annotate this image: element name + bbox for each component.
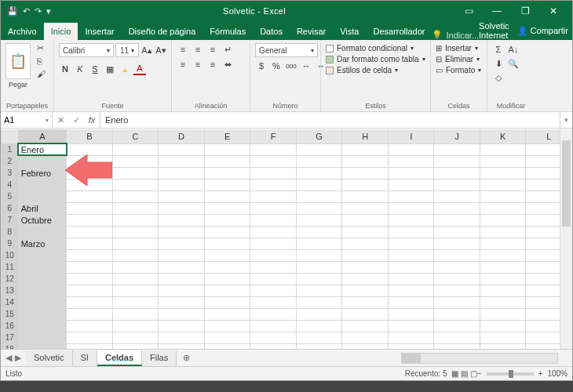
insert-cells-button[interactable]: ⊞Insertar▾ — [436, 43, 478, 53]
cell-I9[interactable] — [388, 238, 433, 249]
row-header-4[interactable]: 4 — [2, 179, 19, 191]
cell-I4[interactable] — [388, 179, 433, 191]
cell-D10[interactable] — [159, 249, 205, 261]
format-painter-icon[interactable]: 🖌 — [37, 69, 46, 78]
cell-I1[interactable] — [388, 143, 433, 155]
cell-B6[interactable] — [67, 202, 113, 214]
view-normal-icon[interactable]: ▦ — [451, 369, 458, 378]
column-header-I[interactable]: I — [388, 129, 433, 143]
cell-E5[interactable] — [204, 191, 250, 202]
cell-E1[interactable] — [204, 143, 250, 155]
tab-home[interactable]: Inicio — [44, 23, 78, 40]
cell-C18[interactable] — [112, 343, 159, 349]
cell-J14[interactable] — [434, 296, 480, 308]
cell-J5[interactable] — [434, 191, 480, 202]
cell-G5[interactable] — [296, 191, 342, 202]
zoom-in-button[interactable]: + — [538, 369, 543, 378]
cell-E12[interactable] — [204, 273, 250, 285]
cell-A10[interactable] — [18, 249, 67, 261]
cell-F3[interactable] — [250, 167, 297, 179]
cell-C1[interactable] — [112, 143, 159, 155]
cell-K11[interactable] — [480, 261, 526, 273]
cell-E2[interactable] — [204, 155, 250, 167]
cell-E9[interactable] — [204, 238, 250, 249]
column-header-H[interactable]: H — [342, 129, 389, 143]
cell-B9[interactable] — [67, 238, 113, 249]
cell-K18[interactable] — [480, 343, 526, 349]
cell-F1[interactable] — [250, 143, 297, 155]
cell-E14[interactable] — [204, 296, 250, 308]
cell-B13[interactable] — [67, 285, 113, 296]
cell-D12[interactable] — [159, 273, 205, 285]
cell-H17[interactable] — [342, 332, 389, 343]
cell-E4[interactable] — [204, 179, 250, 191]
cell-E13[interactable] — [204, 285, 250, 296]
cell-B15[interactable] — [67, 308, 113, 320]
cell-I12[interactable] — [388, 273, 433, 285]
cell-C14[interactable] — [112, 296, 159, 308]
cell-G6[interactable] — [296, 202, 342, 214]
cell-A14[interactable] — [18, 296, 67, 308]
cell-I7[interactable] — [388, 214, 433, 226]
cell-F17[interactable] — [250, 332, 297, 343]
increase-decimal-icon[interactable]: ↔ — [300, 60, 312, 72]
cell-A6[interactable]: Abril — [18, 202, 67, 214]
cell-H14[interactable] — [342, 296, 389, 308]
cell-H8[interactable] — [342, 226, 389, 238]
cell-F11[interactable] — [250, 261, 297, 273]
cell-K1[interactable] — [480, 143, 526, 155]
cell-K4[interactable] — [480, 179, 526, 191]
row-header-5[interactable]: 5 — [2, 191, 19, 202]
cell-H7[interactable] — [342, 214, 389, 226]
cell-E7[interactable] — [204, 214, 250, 226]
cell-C3[interactable] — [112, 167, 159, 179]
cell-A7[interactable]: Octubre — [18, 214, 67, 226]
zoom-value[interactable]: 100% — [547, 369, 568, 378]
cell-G15[interactable] — [296, 308, 342, 320]
cell-I15[interactable] — [388, 308, 433, 320]
share-button[interactable]: 👤 Compartir — [517, 26, 568, 36]
fill-color-icon[interactable]: ⟁ — [119, 63, 131, 75]
cell-F13[interactable] — [250, 285, 297, 296]
cell-I13[interactable] — [388, 285, 433, 296]
cell-J4[interactable] — [434, 179, 480, 191]
maximize-icon[interactable]: ❐ — [514, 5, 536, 16]
shrink-font-icon[interactable]: A▾ — [155, 44, 167, 56]
format-as-table-button[interactable]: Dar formato como tabla▾ — [326, 54, 425, 64]
align-bottom-icon[interactable]: ≡ — [206, 43, 219, 56]
row-header-2[interactable]: 2 — [2, 155, 19, 167]
column-header-E[interactable]: E — [204, 129, 250, 143]
column-header-F[interactable]: F — [250, 129, 297, 143]
add-sheet-button[interactable]: ⊕ — [177, 353, 196, 363]
cell-D8[interactable] — [159, 226, 205, 238]
cell-A12[interactable] — [18, 273, 67, 285]
cell-I2[interactable] — [388, 155, 433, 167]
cell-J13[interactable] — [434, 285, 480, 296]
italic-button[interactable]: K — [74, 63, 86, 75]
cell-C15[interactable] — [112, 308, 159, 320]
cell-G8[interactable] — [296, 226, 342, 238]
cell-K14[interactable] — [480, 296, 526, 308]
cell-G3[interactable] — [296, 167, 342, 179]
tab-data[interactable]: Datos — [253, 23, 290, 40]
cell-I6[interactable] — [388, 202, 433, 214]
insert-function-icon[interactable]: fx — [84, 115, 100, 125]
font-name-combo[interactable]: Calibri▾ — [59, 43, 114, 57]
vertical-scrollbar[interactable] — [560, 129, 572, 349]
column-header-K[interactable]: K — [480, 129, 526, 143]
cell-E18[interactable] — [204, 343, 250, 349]
cell-A9[interactable]: Marzo — [18, 238, 67, 249]
cell-C8[interactable] — [112, 226, 159, 238]
name-box[interactable]: A1 ▾ — [1, 112, 53, 128]
cell-A17[interactable] — [18, 332, 67, 343]
row-header-16[interactable]: 16 — [2, 320, 19, 332]
cell-J2[interactable] — [434, 155, 480, 167]
cell-C17[interactable] — [112, 332, 159, 343]
cell-F12[interactable] — [250, 273, 297, 285]
cell-D11[interactable] — [159, 261, 205, 273]
undo-icon[interactable]: ↶ — [23, 6, 30, 16]
row-header-12[interactable]: 12 — [2, 273, 19, 285]
cell-J18[interactable] — [434, 343, 480, 349]
cell-D15[interactable] — [159, 308, 205, 320]
cell-I16[interactable] — [388, 320, 433, 332]
